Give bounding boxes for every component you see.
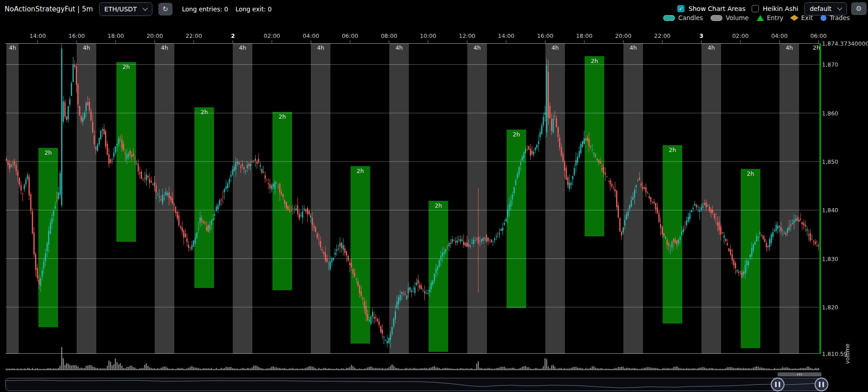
heikin-ashi-label[interactable]: Heikin Ashi — [763, 5, 799, 12]
volume-axis-title: volume — [844, 344, 851, 364]
x-tick-label: 18:00 — [576, 32, 592, 39]
chart-area-label: 2h — [513, 131, 520, 138]
show-chart-areas-checkbox[interactable]: ✓ — [677, 5, 685, 12]
price-tick-label: 1,870 — [822, 61, 838, 68]
plot-settings-button[interactable]: ⚙ — [851, 2, 867, 15]
price-tick-label: 1,840 — [822, 207, 838, 214]
chart-area-label: 2h — [45, 149, 52, 156]
long-exit-count: Long exit: 0 — [235, 5, 272, 13]
x-tick-label: 10:00 — [420, 32, 436, 39]
entry-triangle-icon — [757, 15, 764, 21]
chart-area-label: 2h — [669, 146, 676, 153]
x-tick-label: 14:00 — [498, 32, 514, 39]
pair-select[interactable]: ETH/USDT — [99, 2, 152, 16]
refresh-icon: ↻ — [162, 5, 168, 13]
chart-area-label: 4h — [708, 44, 715, 51]
chart-area-label: 4h — [786, 44, 793, 51]
legend-label: Volume — [726, 14, 748, 21]
legend-item-candles[interactable]: Candles — [663, 14, 703, 21]
legend-item-trades[interactable]: Trades — [821, 14, 850, 21]
rangeslider-handle-right[interactable] — [815, 378, 828, 391]
chart-area-label: 2h — [747, 170, 754, 177]
rangeslider-grip-bar[interactable] — [778, 372, 821, 376]
chart-area-label: 4h — [474, 44, 481, 51]
current-2h-area-edge — [820, 43, 821, 354]
trades-circle-icon — [821, 15, 826, 21]
show-chart-areas-label[interactable]: Show Chart Areas — [689, 5, 746, 12]
chart-area-label: 4h — [239, 44, 246, 51]
price-tick-label: 1,860 — [822, 110, 838, 116]
x-tick-label: 14:00 — [29, 32, 46, 39]
header-left: NoActionStrategyFut | 5m ETH/USDT ↻ Long… — [5, 2, 272, 16]
chart-area-label: 2h — [813, 44, 820, 51]
x-tick-label: 06:00 — [810, 32, 826, 39]
chart-area-label: 2h — [279, 113, 286, 120]
chevron-down-icon — [837, 5, 842, 10]
gear-icon: ⚙ — [856, 5, 862, 13]
chart-area-label: 2h — [591, 57, 598, 64]
x-tick-label: 08:00 — [381, 32, 397, 39]
price-tick-label: 1,874.373400000 — [822, 40, 868, 47]
refresh-button[interactable]: ↻ — [158, 3, 173, 16]
chevron-down-icon — [142, 5, 147, 10]
chart-area-label: 4h — [396, 44, 403, 51]
header-right: ✓ Show Chart Areas Heikin Ashi default ⚙ — [677, 2, 867, 16]
x-tick-label: 18:00 — [108, 32, 124, 39]
exit-diamond-icon — [790, 15, 799, 21]
chart-area-label: 2h — [201, 109, 208, 115]
x-tick-label: 2 — [231, 32, 235, 39]
legend-label: Entry — [767, 14, 784, 21]
price-tick-label: 1,850 — [822, 158, 838, 165]
x-tick-label: 22:00 — [654, 32, 670, 39]
x-tick-label: 16:00 — [537, 32, 554, 39]
volume-swatch-icon — [711, 15, 722, 21]
legend-label: Exit — [801, 14, 813, 21]
chart-area-label: 4h — [317, 44, 324, 51]
chart-area-label: 4h — [630, 44, 637, 51]
price-tick-label: 1,830 — [822, 255, 838, 262]
heikin-ashi-checkbox[interactable] — [752, 5, 759, 12]
rangeslider-handle-left[interactable] — [771, 378, 784, 391]
volume-bars — [6, 347, 819, 370]
chart-area-label: 4h — [552, 44, 559, 51]
x-tick-label: 12:00 — [459, 32, 476, 39]
chart-area-label: 4h — [9, 44, 16, 51]
x-tick-label: 02:00 — [264, 32, 280, 39]
x-tick-label: 16:00 — [68, 32, 85, 39]
x-tick-label: 22:00 — [186, 32, 202, 39]
long-entries-count: Long entries: 0 — [182, 5, 228, 13]
x-tick-label: 20:00 — [146, 32, 163, 39]
freqtrade-chart-page: { "app": { "strategy_title": "NoActionSt… — [0, 0, 868, 392]
candles-swatch-icon — [663, 15, 675, 21]
legend-item-volume[interactable]: Volume — [711, 14, 748, 21]
x-tick-label: 02:00 — [732, 32, 748, 39]
plot-config-value: default — [810, 5, 831, 12]
x-tick-label: 20:00 — [615, 32, 632, 39]
chart-area-label: 4h — [161, 44, 168, 51]
plot-config-select[interactable]: default — [804, 2, 847, 16]
price-tick-label: 1,820 — [822, 303, 838, 310]
legend-item-entry[interactable]: Entry — [757, 14, 784, 21]
chart-area-label: 2h — [123, 63, 130, 70]
chart-area-label: 4h — [83, 44, 90, 51]
strategy-title: NoActionStrategyFut | 5m — [5, 5, 93, 13]
x-tick-label: 06:00 — [342, 32, 358, 39]
trade-stats: Long entries: 0 Long exit: 0 — [182, 5, 272, 13]
pair-select-value: ETH/USDT — [105, 5, 137, 13]
legend-label: Trades — [830, 14, 850, 21]
chart-area-label: 2h — [435, 202, 442, 209]
x-tick-label: 04:00 — [771, 32, 788, 39]
candlestick-chart-canvas[interactable] — [0, 0, 868, 392]
legend-item-exit[interactable]: Exit — [791, 14, 813, 21]
rangeslider-track[interactable] — [6, 378, 821, 391]
x-tick-label: 04:00 — [303, 32, 319, 39]
x-tick-label: 3 — [699, 32, 703, 39]
chart-area-label: 2h — [357, 167, 364, 174]
price-tick-label: 1,810.59 — [822, 350, 847, 357]
chart-legend: Candles Volume Entry Exit Trades — [663, 14, 850, 21]
legend-label: Candles — [678, 14, 703, 21]
